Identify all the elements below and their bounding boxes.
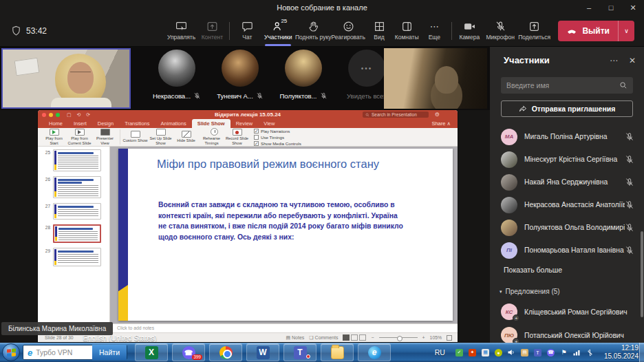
zoom-out-button[interactable]: − <box>371 335 374 340</box>
view-mode-buttons[interactable] <box>343 334 366 341</box>
ppt-search-box[interactable]: Search in Presentation <box>363 111 429 118</box>
slide-thumbnail[interactable]: 29 <box>38 248 109 266</box>
taskbar-app-explorer[interactable] <box>321 343 354 361</box>
notes-toggle[interactable]: ▤ Notes <box>286 335 304 341</box>
play-from-current-button[interactable]: Play from Current Slide <box>67 129 92 145</box>
zoom-in-button[interactable]: + <box>422 335 425 340</box>
use-timings-checkbox[interactable]: Use Timings <box>254 135 301 140</box>
current-slide[interactable]: Міфи про правовий режим воєнного стану В… <box>118 149 453 321</box>
pinned-video-presenter[interactable] <box>1 48 131 109</box>
slide-thumbnail-selected[interactable]: 28 <box>38 224 109 243</box>
tray-flag-icon[interactable]: ⚑ <box>559 348 568 357</box>
suggestion-row[interactable]: КС＋ Кліщевський Роман Сергійович <box>490 300 644 323</box>
taskbar-app-viber[interactable]: ☎ 399 <box>172 343 205 361</box>
leave-dropdown[interactable]: ∨ <box>618 21 634 41</box>
taskbar-app-chrome[interactable] <box>209 343 242 361</box>
slide-counter: Slide 28 of 30 <box>45 335 74 340</box>
bluetooth-icon[interactable] <box>586 348 594 357</box>
language-indicator[interactable]: RU <box>435 348 445 356</box>
show-media-controls-checkbox[interactable]: ✓ Show Media Controls <box>254 141 301 146</box>
notes-pane[interactable]: Click to add notes <box>110 323 458 332</box>
leave-button[interactable]: Выйти ∨ <box>558 21 634 41</box>
participant-row[interactable]: Полуяктова Ольга Володимирі... <box>490 216 644 239</box>
play-from-start-button[interactable]: Play from Start <box>41 129 67 145</box>
tray-antivirus-icon[interactable]: ● <box>494 348 503 357</box>
tab-slide-show[interactable]: Slide Show <box>192 119 230 128</box>
panel-more-icon[interactable]: ⋯ <box>610 56 618 65</box>
taskbar-search-text[interactable]: Турбо VPN <box>36 348 92 356</box>
windows-logo-icon <box>7 348 16 356</box>
taskbar-search[interactable]: e Турбо VPN Найти <box>23 345 127 360</box>
search-go-button[interactable]: Найти <box>92 345 127 360</box>
chat-button[interactable]: Чат <box>233 15 261 47</box>
custom-show-button[interactable]: Custom Show <box>122 131 148 143</box>
taskbar-app-teams[interactable]: T <box>283 343 316 361</box>
tray-teams-icon[interactable]: T <box>533 348 542 357</box>
manage-button[interactable]: Управлять <box>164 15 199 47</box>
participant-row[interactable]: Мінескурт Крістіна Сергіївна <box>490 148 644 171</box>
participants-panel: Участники ⋯ ✕ Отправка приглашения МА Ми… <box>490 47 644 343</box>
play-narrations-checkbox[interactable]: ✓ Play Narrations <box>254 129 301 134</box>
fit-slide-icon[interactable] <box>447 335 452 341</box>
comments-toggle[interactable]: ❏ Comments <box>309 335 338 341</box>
network-icon[interactable] <box>572 348 581 357</box>
set-up-slide-show-button[interactable]: Set Up Slide Show <box>148 129 173 145</box>
maximize-icon[interactable]: □ <box>600 0 622 15</box>
slide-thumbnail[interactable]: 26 <box>38 176 109 198</box>
participant-row[interactable]: МА Мигаль Поліна Артурівна <box>490 125 644 148</box>
tab-animations[interactable]: Animations <box>155 119 192 128</box>
panel-close-icon[interactable]: ✕ <box>629 56 636 65</box>
participant-row[interactable]: Некрасова Анастасія Анатоліївна <box>490 193 644 216</box>
tray-app-icon-red[interactable]: ✦ <box>468 348 477 357</box>
start-button[interactable] <box>2 343 20 361</box>
search-input[interactable] <box>501 81 619 89</box>
close-icon[interactable]: ✕ <box>622 0 644 15</box>
participant-tile[interactable]: Полуяктов... <box>277 50 330 100</box>
participant-search[interactable] <box>501 77 633 94</box>
zoom-slider[interactable] <box>379 337 418 338</box>
participant-tile[interactable]: Некрасова... <box>150 50 204 100</box>
participants-button[interactable]: 25 Участники <box>261 15 295 47</box>
camera-button[interactable]: Камера <box>455 15 483 47</box>
taskbar-app-edge[interactable]: e <box>358 343 391 361</box>
volume-icon[interactable] <box>507 348 516 357</box>
raise-hand-button[interactable]: Поднять руку <box>295 15 332 47</box>
react-button[interactable]: Реагировать <box>331 15 365 47</box>
show-desktop-button[interactable] <box>639 343 644 362</box>
suggestions-header[interactable]: ▾ Предложения (5) <box>500 288 560 295</box>
taskbar-app-word[interactable]: W <box>246 343 279 361</box>
tab-transitions[interactable]: Transitions <box>119 119 155 128</box>
ppt-share-button[interactable]: Share ∧ <box>431 120 451 127</box>
tab-view[interactable]: View <box>258 119 280 128</box>
tab-design[interactable]: Design <box>92 119 119 128</box>
taskbar-app-excel[interactable]: X <box>135 343 168 361</box>
view-button[interactable]: Вид <box>365 15 393 47</box>
tray-clipboard-icon[interactable]: ▤ <box>520 348 529 357</box>
tab-review[interactable]: Review <box>230 119 259 128</box>
participant-video[interactable] <box>384 48 487 109</box>
rehearse-timings-button[interactable]: Rehearse Timings <box>199 128 224 145</box>
slide-thumbnail[interactable]: 25 <box>38 149 109 171</box>
share-button[interactable]: Поделиться <box>517 15 552 47</box>
record-slide-show-button[interactable]: Record Slide Show <box>224 129 250 145</box>
tab-insert[interactable]: Insert <box>68 119 92 128</box>
mic-button[interactable]: Микрофон <box>483 15 517 47</box>
tab-home[interactable]: Home <box>43 119 68 128</box>
participant-row[interactable]: Накай Яна Серджиунівна <box>490 171 644 193</box>
taskbar-clock[interactable]: 12:19 15.05.2024 <box>604 344 638 361</box>
participant-tile[interactable]: Туневич А... <box>213 50 267 100</box>
hide-slide-button[interactable]: Hide Slide <box>173 131 199 143</box>
tray-photos-icon[interactable]: ▦ <box>481 348 490 357</box>
tray-viber-icon[interactable]: ☎ <box>546 348 555 357</box>
invite-button[interactable]: Отправка приглашения <box>501 100 633 117</box>
presenter-view-button[interactable]: Presenter View <box>92 129 118 145</box>
participant-row[interactable]: ПІ Пономарьова Наталя Іванівна <box>490 239 644 262</box>
more-button[interactable]: ⋯ Еще <box>420 15 448 47</box>
rooms-button[interactable]: Комнаты <box>393 15 420 47</box>
panel-scrollbar[interactable] <box>641 231 643 317</box>
minimize-icon[interactable]: – <box>578 0 600 15</box>
gear-icon[interactable]: ⚙ <box>435 111 440 118</box>
tray-security-icon[interactable]: ✓ <box>455 348 464 357</box>
slide-thumbnail[interactable]: 27 <box>38 203 109 220</box>
show-more-link[interactable]: Показать больше <box>504 266 562 274</box>
